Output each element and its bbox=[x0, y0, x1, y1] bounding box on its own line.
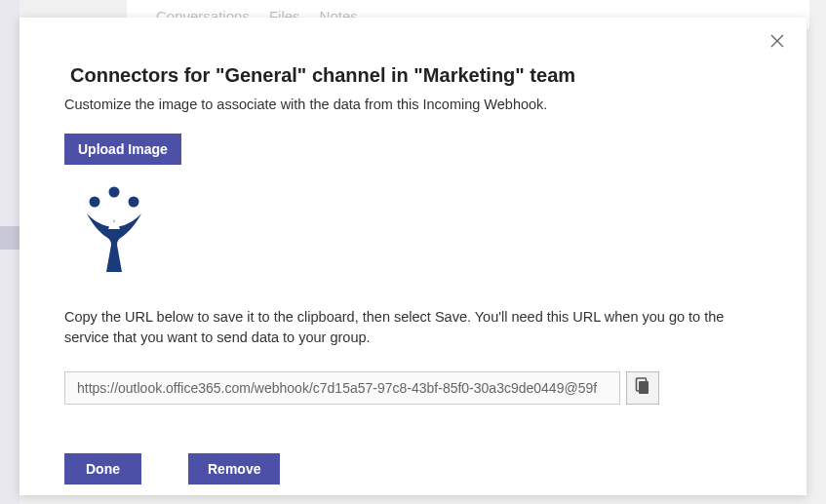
jira-icon bbox=[77, 182, 151, 280]
connector-logo bbox=[70, 182, 158, 280]
url-row bbox=[64, 371, 762, 405]
svg-rect-3 bbox=[639, 381, 649, 394]
svg-point-2 bbox=[129, 197, 139, 208]
done-button[interactable]: Done bbox=[64, 453, 141, 485]
modal-subtitle: Customize the image to associate with th… bbox=[64, 97, 762, 112]
background-sidebar bbox=[0, 0, 20, 504]
close-button[interactable] bbox=[766, 31, 789, 55]
action-row: Done Remove bbox=[64, 453, 762, 485]
url-description: Copy the URL below to save it to the cli… bbox=[64, 307, 762, 348]
modal-title: Connectors for "General" channel in "Mar… bbox=[70, 64, 762, 87]
close-icon bbox=[770, 34, 784, 52]
copy-icon bbox=[635, 377, 650, 399]
remove-button[interactable]: Remove bbox=[188, 453, 280, 485]
svg-point-1 bbox=[90, 197, 100, 208]
background-sidebar-highlight bbox=[0, 226, 20, 250]
upload-image-button[interactable]: Upload Image bbox=[64, 134, 181, 165]
webhook-url-input[interactable] bbox=[64, 371, 620, 405]
connectors-modal: Connectors for "General" channel in "Mar… bbox=[20, 18, 806, 495]
copy-url-button[interactable] bbox=[626, 371, 659, 405]
svg-point-0 bbox=[109, 187, 120, 198]
